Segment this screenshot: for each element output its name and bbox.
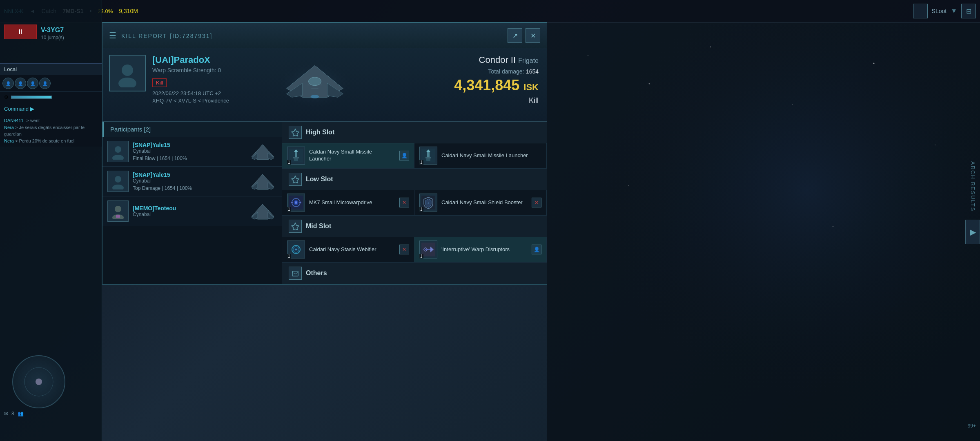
svg-point-64 bbox=[710, 47, 711, 47]
total-damage-label: Total damage: bbox=[488, 68, 524, 75]
avatar: 👤 bbox=[2, 78, 14, 89]
others-header: Others bbox=[282, 263, 547, 284]
slot-item-action-5[interactable]: ✕ bbox=[399, 245, 409, 254]
avatar: 👤 bbox=[15, 78, 26, 89]
item-icon-wrapper: 1 bbox=[287, 241, 305, 258]
slot-item-action-6[interactable]: 👤 bbox=[532, 245, 541, 254]
item-icon-wrapper: 1 bbox=[287, 194, 305, 212]
filter-button[interactable]: ⊟ bbox=[961, 4, 976, 18]
menu-button[interactable]: ☰ bbox=[109, 31, 116, 40]
item-qty-4: 1 bbox=[419, 207, 423, 212]
svg-rect-36 bbox=[294, 158, 298, 161]
kill-badge: Kill bbox=[152, 78, 167, 87]
item-qty-3: 1 bbox=[287, 207, 291, 212]
percent-2: 100% bbox=[179, 185, 192, 191]
status-icon: ⚙ bbox=[4, 94, 9, 100]
participant-2-details: [SNAP]Yale15 Cynabal Top Damage | 1654 |… bbox=[133, 172, 244, 191]
high-slot-header: High Slot bbox=[282, 122, 547, 143]
dropdown-arrow[interactable]: ▼ bbox=[951, 7, 957, 15]
minimap-svg bbox=[22, 365, 55, 398]
svg-point-67 bbox=[935, 145, 935, 145]
missile-launcher-name-1: Caldari Navy Small Missile Launcher bbox=[309, 149, 395, 163]
participant-2-name: [SNAP]Yale15 bbox=[133, 172, 244, 178]
jumps-label: 10 jump(s) bbox=[41, 35, 64, 40]
item-qty-2: 1 bbox=[419, 160, 423, 165]
participant-1-avatar bbox=[107, 141, 129, 162]
close-button[interactable]: ✕ bbox=[526, 28, 540, 43]
missile-launcher-name-2: Caldari Navy Small Missile Launcher bbox=[441, 152, 541, 159]
kill-report-id: [ID:7287931] bbox=[170, 33, 212, 39]
svg-point-9 bbox=[308, 77, 321, 86]
blow-type-2: Top Damage bbox=[133, 185, 160, 191]
svg-point-54 bbox=[295, 249, 297, 250]
loot-button[interactable] bbox=[913, 4, 928, 18]
participants-panel: Participants [2] [SNAP]Yale15 Cynabal Fi… bbox=[102, 122, 282, 284]
space-bg bbox=[547, 22, 980, 441]
shield-booster-name: Caldari Navy Small Shield Booster bbox=[441, 199, 528, 206]
left-sidebar: ⏸ V-3YG7 10 jump(s) Local 👤 👤 👤 👤 ⚙ Comm… bbox=[0, 0, 102, 441]
high-slot-item-2[interactable]: 1 Caldari Navy Small Missile Launcher bbox=[414, 143, 547, 168]
svg-rect-60 bbox=[292, 271, 298, 276]
bottom-right-status: 99+ bbox=[968, 423, 976, 429]
low-slot-item-1[interactable]: 1 MK7 Small Microwarpdrive ✕ bbox=[282, 190, 414, 215]
svg-point-14 bbox=[115, 146, 121, 153]
participants-header: Participants [2] bbox=[102, 122, 282, 137]
pause-button[interactable]: ⏸ bbox=[4, 24, 37, 39]
item-icon-wrapper: 1 bbox=[419, 241, 437, 258]
command-section[interactable]: Command ▶ bbox=[0, 102, 102, 115]
svg-point-69 bbox=[833, 226, 833, 227]
svg-point-26 bbox=[115, 206, 121, 212]
participant-3-avatar bbox=[107, 200, 129, 222]
mid-slot-item-1[interactable]: 1 Caldari Navy Stasis Webifier ✕ bbox=[282, 237, 414, 262]
slot-item-action-4[interactable]: ✕ bbox=[532, 198, 541, 207]
svg-rect-40 bbox=[425, 157, 431, 158]
participant-3-corp: Cynabal bbox=[133, 212, 244, 217]
high-slot-item-1[interactable]: 1 Caldari Navy Small Missile Launcher 👤 bbox=[282, 143, 414, 168]
kill-report-panel: ☰ KILL REPORT [ID:7287931] ↗ ✕ [UAI]Para… bbox=[102, 22, 547, 285]
chat-line-3: Nera > Perdu 20% de soute en fuel bbox=[4, 138, 98, 145]
external-link-button[interactable]: ↗ bbox=[508, 28, 522, 43]
others-title: Others bbox=[306, 270, 327, 277]
svg-rect-28 bbox=[116, 215, 120, 218]
participant-item[interactable]: [SNAP]Yale15 Cynabal Top Damage | 1654 |… bbox=[102, 167, 282, 196]
svg-rect-41 bbox=[426, 158, 430, 161]
isk-value: 4,341,845 ISK bbox=[454, 77, 539, 94]
damage-2: 1654 bbox=[165, 185, 176, 191]
ship-class: Condor II Frigate bbox=[454, 55, 539, 65]
mail-icon: ✉ bbox=[4, 411, 8, 416]
ship-svg bbox=[270, 58, 360, 111]
high-slot-title: High Slot bbox=[306, 129, 334, 136]
low-slot-items: 1 MK7 Small Microwarpdrive ✕ bbox=[282, 190, 547, 216]
mid-slot-icon bbox=[289, 220, 302, 233]
kill-stats: Condor II Frigate Total damage: 1654 4,3… bbox=[454, 55, 539, 105]
participant-item[interactable]: [SNAP]Yale15 Cynabal Final Blow | 1654 |… bbox=[102, 137, 282, 167]
nav-right-arrow[interactable]: ▶ bbox=[965, 220, 980, 244]
top-bar: NNLX-K ◄ Catch 7MD-S1 • 23.0% 9,310M SLo… bbox=[0, 0, 980, 22]
participant-1-corp: Cynabal bbox=[133, 148, 244, 154]
victim-portrait bbox=[109, 55, 146, 91]
local-avatars: 👤 👤 👤 👤 bbox=[0, 75, 102, 92]
participant-item[interactable]: [MEMO]Teoteou Cynabal bbox=[102, 196, 282, 226]
isk-unit: ISK bbox=[523, 82, 539, 92]
command-label: Command ▶ bbox=[4, 106, 34, 112]
damage-1: 1654 bbox=[159, 156, 170, 161]
participant-2-stats: Top Damage | 1654 | 100% bbox=[133, 185, 244, 191]
svg-point-10 bbox=[311, 95, 319, 98]
slot-item-action-1[interactable]: 👤 bbox=[399, 151, 409, 160]
others-icon bbox=[289, 267, 302, 280]
slot-item-action-3[interactable]: ✕ bbox=[399, 198, 409, 207]
participant-1-stats: Final Blow | 1654 | 100% bbox=[133, 156, 244, 161]
stasis-webifier-name: Caldari Navy Stasis Webifier bbox=[309, 246, 395, 253]
ship-image bbox=[258, 52, 372, 118]
avatar: 👤 bbox=[27, 78, 38, 89]
mid-slot-item-2[interactable]: 1 'Interruptive' Warp Disruptors 👤 bbox=[414, 237, 547, 262]
microwarpdrive-name: MK7 Small Microwarpdrive bbox=[309, 199, 395, 206]
svg-text:+: + bbox=[427, 201, 430, 205]
low-slot-item-2[interactable]: + 1 Caldari Navy Small Shield Booster ✕ bbox=[414, 190, 547, 215]
svg-point-68 bbox=[628, 185, 629, 186]
search-results-label: ARCH RESULTS bbox=[970, 161, 976, 212]
high-slot-items: 1 Caldari Navy Small Missile Launcher 👤 bbox=[282, 143, 547, 169]
svg-point-66 bbox=[873, 63, 875, 64]
svg-point-1 bbox=[36, 379, 42, 385]
main-content: Participants [2] [SNAP]Yale15 Cynabal Fi… bbox=[102, 122, 547, 284]
